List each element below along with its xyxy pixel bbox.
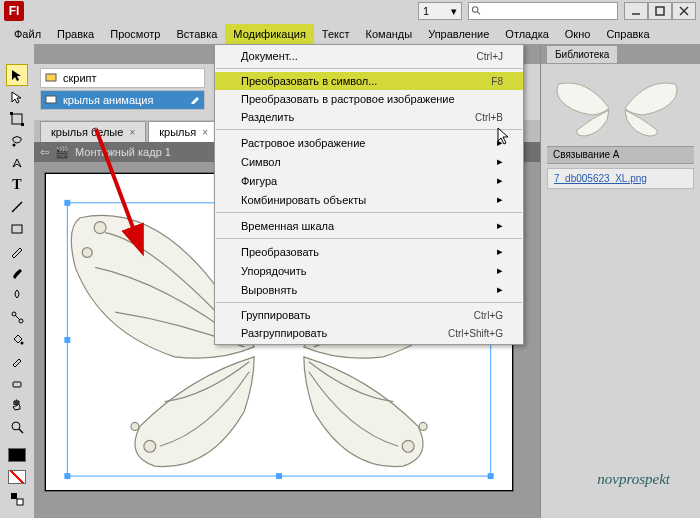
back-arrow-icon[interactable]: ⇦ <box>40 146 49 159</box>
hand-tool[interactable] <box>6 394 28 416</box>
menu-item-label: Разгруппировать <box>241 327 327 339</box>
svg-point-15 <box>21 342 24 345</box>
pencil-icon <box>190 94 200 106</box>
search-wrap[interactable] <box>468 2 618 20</box>
menu-модификация[interactable]: Модификация <box>225 24 314 44</box>
swap-colors-icon[interactable] <box>6 488 28 510</box>
library-preview <box>547 70 687 140</box>
right-panel: Библиотека Связывание A 7_db005623_XL.pn… <box>540 44 700 518</box>
menu-item[interactable]: Временная шкала▸ <box>215 216 523 235</box>
fill-color[interactable] <box>6 466 28 488</box>
svg-rect-3 <box>656 7 664 15</box>
title-bar: Fl 1 ▾ <box>0 0 700 22</box>
window-buttons <box>624 2 696 20</box>
document-tab[interactable]: крылья× <box>148 121 219 142</box>
menu-item[interactable]: Преобразовать в растровое изображение <box>215 90 523 108</box>
menu-управление[interactable]: Управление <box>420 24 497 44</box>
zoom-tool[interactable] <box>6 416 28 438</box>
bone-tool[interactable] <box>6 306 28 328</box>
svg-rect-38 <box>64 473 70 479</box>
layer-row[interactable]: скрипт <box>40 68 205 88</box>
text-tool[interactable]: T <box>6 174 28 196</box>
menu-item[interactable]: Упорядочить▸ <box>215 261 523 280</box>
svg-rect-16 <box>13 382 21 387</box>
svg-point-30 <box>402 440 414 452</box>
menu-item-label: Разделить <box>241 111 294 123</box>
menu-item-label: Группировать <box>241 309 311 321</box>
paint-bucket-tool[interactable] <box>6 328 28 350</box>
menu-item[interactable]: Комбинировать объекты▸ <box>215 190 523 209</box>
menu-вставка[interactable]: Вставка <box>168 24 225 44</box>
menu-item[interactable]: РазгруппироватьCtrl+Shift+G <box>215 324 523 342</box>
menu-item[interactable]: Растровое изображение▸ <box>215 133 523 152</box>
menu-справка[interactable]: Справка <box>598 24 657 44</box>
tab-library[interactable]: Библиотека <box>547 46 617 63</box>
close-button[interactable] <box>672 2 696 20</box>
panel-subheader: Связывание A <box>547 146 694 164</box>
svg-rect-7 <box>10 112 13 115</box>
maximize-button[interactable] <box>648 2 672 20</box>
stroke-color[interactable] <box>6 444 28 466</box>
menu-item[interactable]: РазделитьCtrl+B <box>215 108 523 126</box>
svg-point-0 <box>472 7 478 13</box>
scene-icon: 🎬 <box>55 146 69 159</box>
menu-просмотр[interactable]: Просмотр <box>102 24 168 44</box>
free-transform-tool[interactable] <box>6 108 28 130</box>
menu-файл[interactable]: Файл <box>6 24 49 44</box>
menu-item-label: Преобразовать в растровое изображение <box>241 93 455 105</box>
svg-rect-22 <box>46 96 56 103</box>
svg-point-17 <box>12 422 20 430</box>
close-icon[interactable]: × <box>202 127 208 138</box>
search-input[interactable] <box>482 4 615 18</box>
svg-point-14 <box>19 319 23 323</box>
rectangle-tool[interactable] <box>6 218 28 240</box>
brush-tool[interactable] <box>6 262 28 284</box>
selection-tool[interactable] <box>6 64 28 86</box>
modification-menu: Документ...Ctrl+JПреобразовать в символ.… <box>214 44 524 345</box>
eraser-tool[interactable] <box>6 372 28 394</box>
menu-separator <box>216 302 522 303</box>
chevron-right-icon: ▸ <box>487 245 503 258</box>
chevron-right-icon: ▸ <box>487 264 503 277</box>
menu-shortcut: Ctrl+B <box>475 112 503 123</box>
deco-tool[interactable] <box>6 284 28 306</box>
menu-item[interactable]: ГруппироватьCtrl+G <box>215 306 523 324</box>
subselection-tool[interactable] <box>6 86 28 108</box>
lasso-tool[interactable] <box>6 130 28 152</box>
pen-tool[interactable] <box>6 152 28 174</box>
svg-rect-33 <box>64 200 70 206</box>
menu-item-label: Упорядочить <box>241 265 306 277</box>
annotation-arrow-icon <box>86 124 156 264</box>
layout-dropdown[interactable]: 1 ▾ <box>418 2 462 20</box>
menu-separator <box>216 212 522 213</box>
line-tool[interactable] <box>6 196 28 218</box>
svg-rect-20 <box>17 499 23 505</box>
svg-point-9 <box>13 144 16 147</box>
menu-item[interactable]: Фигура▸ <box>215 171 523 190</box>
menu-item-label: Растровое изображение <box>241 137 365 149</box>
menu-item-label: Преобразовать в символ... <box>241 75 377 87</box>
menu-item[interactable]: Выровнять▸ <box>215 280 523 299</box>
menu-item[interactable]: Документ...Ctrl+J <box>215 47 523 65</box>
menu-текст[interactable]: Текст <box>314 24 358 44</box>
menu-item[interactable]: Преобразовать в символ...F8 <box>215 72 523 90</box>
layer-name: скрипт <box>63 72 97 84</box>
eyedropper-tool[interactable] <box>6 350 28 372</box>
svg-rect-19 <box>11 493 17 499</box>
menu-отладка[interactable]: Отладка <box>497 24 556 44</box>
chevron-right-icon: ▸ <box>487 283 503 296</box>
chevron-down-icon: ▾ <box>451 5 457 18</box>
cursor-icon <box>497 127 511 145</box>
pencil-tool[interactable] <box>6 240 28 262</box>
svg-point-26 <box>144 440 156 452</box>
layer-icon <box>45 93 57 107</box>
menu-команды[interactable]: Команды <box>358 24 421 44</box>
menu-item[interactable]: Преобразовать▸ <box>215 242 523 261</box>
library-file-link[interactable]: 7_db005623_XL.png <box>547 168 694 189</box>
minimize-button[interactable] <box>624 2 648 20</box>
menu-окно[interactable]: Окно <box>557 24 599 44</box>
menu-правка[interactable]: Правка <box>49 24 102 44</box>
layer-row[interactable]: крылья анимация <box>40 90 205 110</box>
menu-item-label: Документ... <box>241 50 298 62</box>
menu-item[interactable]: Символ▸ <box>215 152 523 171</box>
